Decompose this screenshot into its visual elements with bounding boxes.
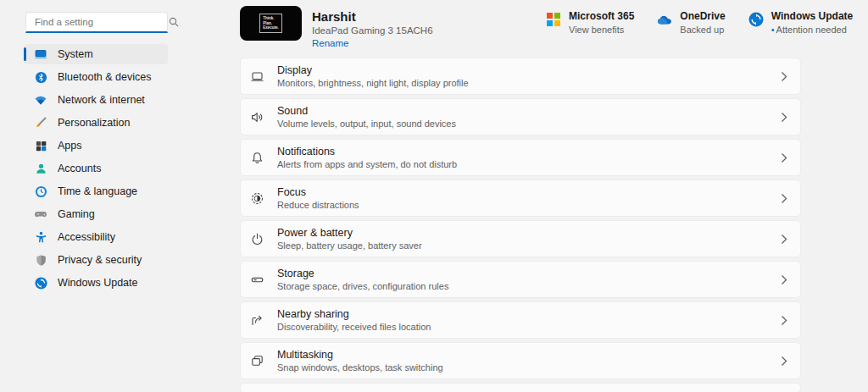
row-title: Display	[277, 64, 781, 76]
sidebar-item-label: Bluetooth & devices	[58, 71, 152, 83]
sidebar-item-personalization[interactable]: Personalization	[24, 113, 168, 133]
sidebar-item-label: Time & language	[58, 185, 137, 197]
row-subtitle: Monitors, brightness, night light, displ…	[277, 78, 781, 88]
sidebar-nav: System Bluetooth & devices Network & int…	[24, 44, 168, 295]
storage-icon	[250, 273, 264, 287]
sidebar-item-label: Network & internet	[58, 94, 145, 106]
windows-update-icon	[34, 276, 47, 290]
sidebar-item-label: Privacy & security	[58, 254, 142, 266]
search-box[interactable]	[25, 12, 168, 33]
row-title: Nearby sharing	[277, 308, 781, 320]
sidebar-item-apps[interactable]: Apps	[24, 135, 168, 156]
row-title: Multitasking	[277, 349, 781, 361]
network-icon	[34, 93, 47, 107]
display-icon	[250, 69, 264, 84]
onedrive-cloud-icon	[657, 12, 672, 27]
row-subtitle: Reduce distractions	[277, 200, 781, 210]
search-input[interactable]	[26, 17, 169, 27]
row-subtitle: Alerts from apps and system, do not dist…	[277, 159, 781, 169]
badge-title: Microsoft 365	[569, 10, 634, 22]
chevron-right-icon	[781, 152, 787, 163]
sound-icon	[250, 110, 264, 124]
rename-link[interactable]: Rename	[312, 38, 433, 48]
settings-row-storage[interactable]: Storage Storage space, drives, configura…	[240, 261, 801, 298]
sidebar-item-accessibility[interactable]: Accessibility	[24, 227, 168, 247]
sidebar-item-gaming[interactable]: Gaming	[24, 204, 168, 224]
chevron-right-icon	[781, 315, 787, 326]
badge-subtitle-text: Attention needed	[776, 25, 847, 35]
row-title: Storage	[277, 268, 781, 279]
microsoft-365-logo	[546, 12, 561, 27]
badge-subtitle: View benefits	[569, 25, 634, 35]
windows-update-icon	[748, 12, 764, 27]
sidebar-item-time-language[interactable]: Time & language	[24, 181, 168, 202]
sidebar-item-bluetooth-devices[interactable]: Bluetooth & devices	[24, 67, 168, 87]
multitasking-icon	[250, 354, 264, 368]
accessibility-icon	[34, 230, 47, 244]
chevron-right-icon	[781, 234, 787, 245]
row-title: Focus	[277, 186, 781, 198]
device-name: IdeaPad Gaming 3 15ACH6	[312, 25, 433, 36]
search-icon[interactable]	[169, 17, 179, 27]
settings-row-display[interactable]: Display Monitors, brightness, night ligh…	[240, 58, 801, 95]
row-title: Notifications	[277, 146, 781, 157]
sidebar-item-label: Windows Update	[58, 277, 138, 289]
power-battery-icon	[250, 232, 264, 246]
avatar-motto-line: Execute.	[263, 25, 279, 30]
settings-row-multitasking[interactable]: Multitasking Snap windows, desktops, tas…	[240, 342, 801, 379]
time-language-icon	[34, 185, 47, 198]
sidebar-item-accounts[interactable]: Accounts	[24, 158, 168, 179]
avatar-motto: Think. Plan. Execute.	[259, 14, 282, 33]
sidebar-item-label: Accessibility	[58, 231, 115, 243]
microsoft-365-badge[interactable]: Microsoft 365 View benefits	[546, 10, 634, 35]
sidebar-item-label: System	[58, 48, 93, 60]
row-title: Sound	[277, 105, 781, 117]
system-icon	[34, 47, 47, 61]
row-subtitle: Discoverability, received files location	[277, 322, 781, 332]
settings-row-partial[interactable]	[240, 383, 801, 392]
sidebar-item-label: Gaming	[58, 208, 95, 220]
row-subtitle: Sleep, battery usage, battery saver	[277, 240, 781, 251]
row-subtitle: Volume levels, output, input, sound devi…	[277, 119, 781, 129]
badge-subtitle: •Attention needed	[771, 25, 854, 35]
row-title: Power & battery	[277, 227, 781, 239]
system-settings-list: Display Monitors, brightness, night ligh…	[240, 58, 801, 392]
bluetooth-icon	[34, 70, 47, 84]
chevron-right-icon	[781, 71, 787, 82]
chevron-right-icon	[781, 112, 787, 123]
onedrive-badge[interactable]: OneDrive Backed up	[657, 10, 725, 35]
sidebar-item-network-internet[interactable]: Network & internet	[24, 90, 168, 110]
privacy-icon	[34, 253, 47, 267]
gaming-icon	[34, 207, 47, 221]
header-badges: Microsoft 365 View benefits OneDrive Bac…	[546, 10, 853, 35]
chevron-right-icon	[781, 193, 787, 204]
sidebar-item-privacy-security[interactable]: Privacy & security	[24, 250, 168, 270]
badge-title: OneDrive	[680, 10, 725, 22]
personalization-icon	[34, 116, 47, 130]
settings-row-focus[interactable]: Focus Reduce distractions	[240, 179, 801, 217]
settings-sidebar: System Bluetooth & devices Network & int…	[0, 0, 229, 392]
focus-icon	[250, 191, 264, 206]
badge-subtitle: Backed up	[680, 25, 725, 35]
sidebar-item-label: Apps	[58, 140, 82, 152]
windows-update-badge[interactable]: Windows Update •Attention needed	[748, 10, 854, 35]
settings-row-power-battery[interactable]: Power & battery Sleep, battery usage, ba…	[240, 220, 801, 257]
sidebar-item-windows-update[interactable]: Windows Update	[24, 273, 168, 293]
settings-row-sound[interactable]: Sound Volume levels, output, input, soun…	[240, 98, 801, 135]
notifications-icon	[250, 151, 264, 165]
settings-row-nearby-sharing[interactable]: Nearby sharing Discoverability, received…	[240, 301, 801, 339]
avatar: Think. Plan. Execute.	[240, 6, 302, 41]
badge-title: Windows Update	[771, 10, 854, 22]
attention-dot: •	[771, 25, 775, 35]
chevron-right-icon	[781, 274, 787, 285]
row-subtitle: Storage space, drives, configuration rul…	[277, 281, 781, 291]
nearby-sharing-icon	[250, 313, 264, 328]
settings-row-notifications[interactable]: Notifications Alerts from apps and syste…	[240, 139, 801, 176]
user-block: Harshit IdeaPad Gaming 3 15ACH6 Rename	[312, 9, 433, 48]
apps-icon	[34, 139, 47, 152]
user-name: Harshit	[312, 9, 433, 24]
sidebar-item-system[interactable]: System	[24, 44, 168, 64]
accounts-icon	[34, 162, 47, 175]
chevron-right-icon	[781, 356, 787, 367]
row-subtitle: Snap windows, desktops, task switching	[277, 362, 781, 373]
